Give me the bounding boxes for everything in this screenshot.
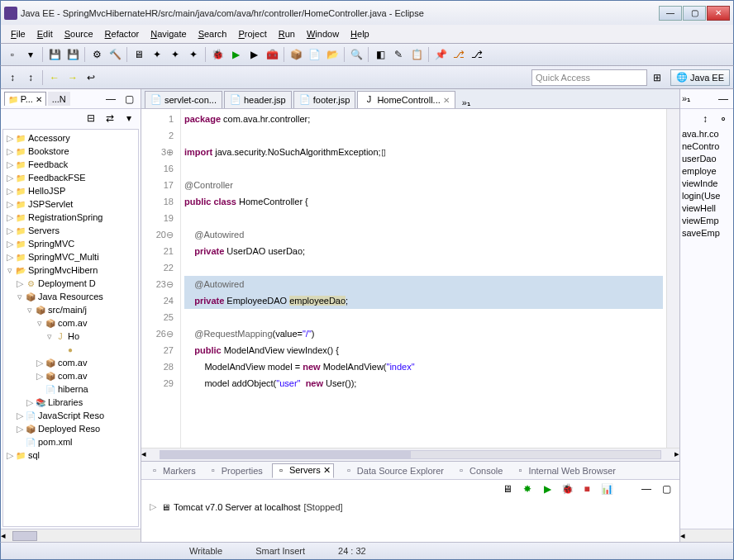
tree-item[interactable]: ▷📁sql (5, 448, 136, 462)
bottom-tab-properties[interactable]: ▫Properties (205, 464, 265, 477)
menu-window[interactable]: Window (302, 27, 344, 40)
close-button[interactable]: ✕ (707, 6, 730, 21)
task-icon[interactable]: 📋 (408, 46, 425, 63)
outline-list[interactable]: ava.hr.coneControuserDaoemployeviewIndel… (680, 126, 733, 529)
wizard-icon[interactable]: ✦ (167, 46, 184, 63)
minimize-view-icon[interactable]: ― (638, 481, 655, 497)
tree-item[interactable]: ▷📁HelloJSP (5, 184, 136, 197)
maximize-view-icon[interactable]: ▢ (121, 91, 137, 107)
bottom-tab-data-source-explorer[interactable]: ▫Data Source Explorer (341, 464, 446, 477)
menu-refactor[interactable]: Refactor (100, 27, 145, 40)
editor-tab[interactable]: 📄servlet-con... (145, 91, 222, 108)
git-icon[interactable]: ⎇ (450, 46, 467, 63)
new-class-icon[interactable]: 📄 (306, 46, 322, 63)
line-gutter[interactable]: 123⊕1617181920⊖212223⊖242526⊖272829 (141, 109, 181, 448)
view-menu-icon[interactable]: ▾ (121, 110, 137, 126)
menu-source[interactable]: Source (60, 27, 98, 40)
tree-item[interactable]: ▷📁JSPServlet (5, 197, 136, 211)
tree-item[interactable]: ▿📦src/main/j (5, 303, 136, 316)
tree-item[interactable]: ▷📄JavaScript Reso (5, 409, 136, 422)
tree-item[interactable]: ▿📦Java Resources (5, 290, 136, 303)
horizontal-scrollbar[interactable]: ◂ (1, 529, 141, 542)
annotation-icon[interactable]: ✎ (390, 46, 407, 63)
open-type-icon[interactable]: 📂 (324, 46, 341, 63)
outline-item[interactable]: userDao (682, 154, 732, 166)
editor-tab[interactable]: 📄header.jsp (224, 91, 292, 108)
tree-item[interactable]: ▷📚Libraries (5, 396, 136, 409)
next-annotation-icon[interactable]: ↕ (22, 69, 39, 86)
tab-overflow-icon[interactable]: »₁ (462, 97, 470, 108)
tree-item[interactable]: ▷📁Feedback (5, 158, 136, 171)
tool-icon[interactable]: 🔨 (107, 46, 123, 63)
tree-item[interactable]: ▿📦com.av (5, 316, 136, 330)
tree-item[interactable]: ▷📁Servers (5, 224, 136, 237)
outline-item[interactable]: viewInde (682, 178, 732, 191)
outline-item[interactable]: saveEmp (682, 228, 732, 240)
wizard-icon[interactable]: ✦ (149, 46, 165, 63)
collapse-all-icon[interactable]: ⊟ (83, 110, 99, 126)
outline-item[interactable]: viewHell (682, 203, 732, 216)
menu-search[interactable]: Search (193, 27, 232, 40)
forward-icon[interactable]: → (64, 69, 81, 86)
outline-item[interactable]: ava.hr.co (682, 129, 732, 141)
server-view-icon[interactable]: 🖥 (499, 481, 516, 497)
code-editor[interactable]: package com.ava.hr.controller; import ja… (181, 109, 666, 448)
menu-edit[interactable]: Edit (32, 27, 58, 40)
tree-item[interactable]: ● (5, 343, 136, 356)
back-icon[interactable]: ← (46, 69, 63, 86)
project-tree[interactable]: ▷📁Accessory▷📁Bookstore▷📁Feedback▷📁Feedba… (2, 129, 139, 527)
bottom-tab-markers[interactable]: ▫Markers (146, 464, 198, 477)
tree-item[interactable]: ▷📁Bookstore (5, 145, 136, 158)
quick-access-input[interactable]: Quick Access (531, 69, 647, 86)
tree-item[interactable]: ▷📁Accessory (5, 131, 136, 145)
perspective-javaee-button[interactable]: 🌐 Java EE (670, 69, 730, 86)
vertical-scrollbar[interactable] (666, 109, 679, 448)
filter-icon[interactable]: ⚬ (715, 111, 732, 127)
pin-icon[interactable]: 📌 (432, 46, 449, 63)
profile-server-icon[interactable]: 📊 (598, 481, 615, 497)
bottom-tab-console[interactable]: ▫Console (453, 464, 505, 477)
debug-server-icon[interactable]: 🐞 (559, 481, 575, 497)
maximize-button[interactable]: ▢ (683, 6, 706, 21)
tree-item[interactable]: ▿📂SpringMvcHibern (5, 263, 136, 277)
bottom-tab-servers[interactable]: ▫Servers ✕ (272, 463, 334, 478)
publish-icon[interactable]: ✸ (519, 481, 536, 497)
outline-item[interactable]: neContro (682, 141, 732, 154)
outline-item[interactable]: employe (682, 166, 732, 178)
sort-icon[interactable]: ↕ (697, 111, 713, 127)
dropdown-icon[interactable]: ▾ (22, 46, 39, 63)
run-icon[interactable]: ▶ (227, 46, 244, 63)
minimize-button[interactable]: ― (659, 6, 682, 21)
tree-item[interactable]: ▷⚙Deployment D (5, 277, 136, 290)
git-icon[interactable]: ⎇ (469, 46, 485, 63)
tool-icon[interactable]: ⚙ (88, 46, 105, 63)
navigator-tab[interactable]: ...N (48, 92, 70, 106)
server-icon[interactable]: 🖥 (131, 46, 147, 63)
menu-navigate[interactable]: Navigate (145, 27, 191, 40)
debug-icon[interactable]: 🐞 (209, 46, 226, 63)
outline-item[interactable]: login(Use (682, 191, 732, 203)
toggle-icon[interactable]: ◧ (372, 46, 388, 63)
external-tools-icon[interactable]: 🧰 (264, 46, 280, 63)
tree-item[interactable]: ▷📁SpringMVC (5, 237, 136, 250)
tree-item[interactable]: ▷📦com.av (5, 356, 136, 369)
menu-file[interactable]: File (6, 27, 31, 40)
tree-item[interactable]: 📄pom.xml (5, 435, 136, 448)
stop-server-icon[interactable]: ■ (579, 481, 595, 497)
wizard-icon[interactable]: ✦ (185, 46, 202, 63)
maximize-view-icon[interactable]: ▢ (658, 481, 674, 497)
start-server-icon[interactable]: ▶ (539, 481, 555, 497)
tree-item[interactable]: 📄hiberna (5, 382, 136, 396)
menu-project[interactable]: Project (234, 27, 272, 40)
server-row[interactable]: ▷ 🖥 Tomcat v7.0 Server at localhost [Sto… (148, 501, 673, 512)
new-package-icon[interactable]: 📦 (288, 46, 304, 63)
close-icon[interactable]: ✕ (443, 96, 450, 105)
bottom-tab-internal-web-browser[interactable]: ▫Internal Web Browser (512, 464, 618, 477)
new-icon[interactable]: ▫ (4, 46, 21, 63)
editor-tab[interactable]: JHomeControll...✕ (357, 91, 455, 108)
outline-hscroll[interactable]: ◂ (680, 529, 733, 542)
overflow-icon[interactable]: »₁ (682, 93, 690, 104)
link-editor-icon[interactable]: ⇄ (102, 110, 118, 126)
prev-annotation-icon[interactable]: ↕ (4, 69, 21, 86)
run-config-icon[interactable]: ▶ (245, 46, 262, 63)
